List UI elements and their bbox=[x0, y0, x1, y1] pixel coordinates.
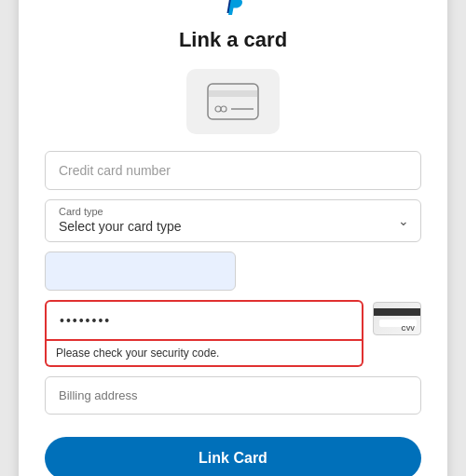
security-field-group: Please check your security code. CVV bbox=[45, 300, 421, 367]
svg-rect-1 bbox=[208, 90, 258, 97]
svg-rect-0 bbox=[208, 84, 258, 119]
security-input-wrapper: Please check your security code. bbox=[45, 300, 363, 367]
link-card-modal: ✕ Link a card Card type Select your card… bbox=[19, 0, 447, 476]
page-title: Link a card bbox=[45, 28, 421, 52]
billing-field-group bbox=[45, 376, 421, 415]
cvv-illustration: CVV bbox=[373, 302, 421, 335]
card-type-select[interactable]: Select your card type Visa Mastercard Am… bbox=[46, 217, 420, 241]
card-type-field-group: Card type Select your card type Visa Mas… bbox=[45, 199, 421, 242]
svg-point-2 bbox=[215, 106, 221, 112]
credit-card-field-group bbox=[45, 151, 421, 190]
link-card-button[interactable]: Link Card bbox=[45, 437, 421, 476]
security-code-input[interactable] bbox=[45, 300, 363, 341]
close-button[interactable]: ✕ bbox=[415, 0, 434, 2]
card-type-wrapper: Card type Select your card type Visa Mas… bbox=[45, 199, 421, 242]
billing-address-input[interactable] bbox=[45, 376, 421, 415]
paypal-logo bbox=[45, 0, 421, 19]
security-error-message: Please check your security code. bbox=[45, 341, 363, 367]
card-type-label: Card type bbox=[46, 200, 420, 217]
expiry-input[interactable] bbox=[45, 252, 236, 291]
card-illustration bbox=[45, 69, 421, 134]
credit-card-input[interactable] bbox=[45, 151, 421, 190]
svg-point-3 bbox=[221, 106, 226, 112]
expiry-field-group bbox=[45, 252, 421, 291]
